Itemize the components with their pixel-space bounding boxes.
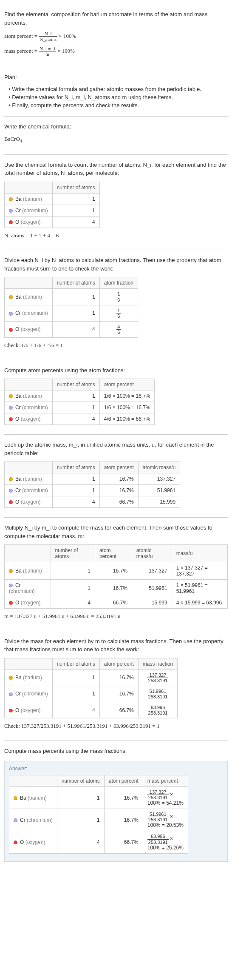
count-title: Use the chemical formula to count the nu…	[4, 161, 228, 177]
n-atoms: 1	[57, 809, 104, 831]
atom-fraction: 16	[116, 291, 121, 302]
plan-section: Plan: • Write the chemical formula and g…	[4, 67, 228, 117]
element-name: (barium)	[23, 568, 42, 574]
frac-num: 137.327	[147, 672, 169, 678]
table-row: Cr (chromium) 1 16.7% 51.9961	[5, 485, 180, 496]
table-row: Ba (barium) 1 16	[5, 289, 138, 305]
n-atoms: 4	[52, 413, 99, 425]
count-section: Use the chemical formula to count the nu…	[4, 155, 228, 251]
atom-percent: 16.7%	[99, 485, 138, 496]
element-name: (chromium)	[9, 588, 35, 594]
element-name: (chromium)	[22, 487, 48, 493]
n-atoms: 1	[51, 562, 95, 580]
plan-bullet: • Write the chemical formula and gather …	[4, 86, 228, 92]
hdr-atom-percent: atom percent	[95, 545, 132, 562]
n-atoms: 1	[52, 305, 99, 321]
element-dot-icon	[9, 328, 13, 332]
atom-percent: 16.7%	[104, 809, 143, 831]
element-symbol: Cr	[15, 582, 21, 588]
frac-den: 6	[116, 330, 121, 335]
frac-num: N_i m_i	[39, 46, 56, 51]
n-atoms: 1	[51, 580, 95, 597]
element-symbol: Ba	[15, 393, 22, 399]
masspct-title-section: Compute mass percents using the mass fra…	[4, 741, 228, 761]
frac-den: 253.3191	[147, 840, 169, 845]
n-atoms: 1	[52, 193, 99, 205]
n-atoms: 1	[52, 485, 99, 496]
hdr-mass: mass/u	[172, 545, 227, 562]
element-name: (chromium)	[27, 817, 53, 823]
hdr-num-atoms: number of atoms	[52, 277, 99, 289]
chemical-formula: BaCrO4	[4, 135, 228, 144]
element-symbol: Ba	[15, 294, 22, 300]
atomic-mass: 51.9961	[138, 485, 180, 496]
element-symbol: Cr	[15, 405, 21, 410]
mass-percent-frac: 137.327253.3191	[147, 789, 169, 800]
massfrac-title: Divide the mass for each element by m to…	[4, 637, 228, 654]
hdr-atomic-mass: atomic mass/u	[132, 545, 172, 562]
plan-title: Plan:	[4, 73, 228, 82]
table-row: O (oxygen) 4 66.7% 63.996253.3191 × 100%…	[9, 831, 188, 853]
element-name: (oxygen)	[21, 499, 41, 505]
element-dot-icon	[14, 818, 17, 822]
element-dot-icon	[9, 709, 13, 712]
n-atoms: 1	[57, 787, 104, 809]
hdr-num-atoms: number of atoms	[51, 545, 95, 562]
element-name: (barium)	[23, 196, 42, 202]
atom-fraction: 46	[116, 324, 121, 335]
element-symbol: Cr	[15, 310, 21, 316]
frac-den: 253.3191	[147, 678, 169, 683]
atom-percent: 66.7%	[104, 831, 143, 853]
answer-box: Answer: number of atomsatom percentmass …	[4, 761, 228, 862]
mass-percent-result: 100% = 54.21%	[147, 800, 184, 806]
frac-den: 6	[116, 297, 121, 302]
hdr-num-atoms: number of atoms	[52, 462, 99, 473]
element-name: (barium)	[23, 393, 42, 399]
plan-bullet: • Determine values for N_i, m_i, N_atoms…	[4, 94, 228, 100]
element-name: (barium)	[23, 476, 42, 482]
frac-den: 6	[116, 313, 121, 319]
table-row: Cr (chromium) 1 16.7% 51.9961253.3191	[5, 686, 178, 702]
n-atoms: 1	[52, 390, 99, 402]
atomfrac-title: Divide each N_i by N_atoms to calculate …	[4, 256, 228, 273]
mass-fraction: 51.9961253.3191	[147, 689, 169, 699]
element-symbol: O	[15, 499, 19, 505]
element-symbol: Cr	[15, 691, 21, 697]
atomfrac-table: number of atomsatom fraction Ba (barium)…	[4, 277, 138, 338]
element-symbol: Ba	[15, 675, 22, 681]
mass-percent-frac: 63.996253.3191	[147, 834, 169, 844]
frac-num: 4	[116, 324, 121, 330]
hdr-atom-percent: atom percent	[99, 462, 138, 473]
element-symbol: Cr	[20, 817, 25, 823]
element-symbol: Ba	[15, 196, 22, 202]
element-name: (oxygen)	[21, 219, 41, 225]
element-dot-icon	[9, 197, 13, 201]
hdr-num-atoms: number of atoms	[52, 379, 99, 390]
element-name: (barium)	[23, 294, 42, 300]
element-symbol: Cr	[15, 487, 21, 493]
mass-fraction: 63.996253.3191	[147, 705, 169, 715]
frac-num: 51.9961	[147, 689, 169, 694]
mass-percent: 63.996253.3191 × 100% = 25.26%	[143, 831, 188, 853]
frac-den: 253.3191	[147, 817, 169, 822]
table-row: O (oxygen) 4 4/6 × 100% = 66.7%	[5, 413, 155, 425]
hdr-num-atoms: number of atoms	[52, 658, 99, 669]
intro-section: Find the elemental composition for bariu…	[4, 4, 228, 67]
element-symbol: Ba	[20, 795, 26, 801]
frac-num: 63.996	[147, 705, 169, 710]
element-dot-icon	[9, 601, 13, 605]
atommass-section: Look up the atomic mass, m_i, in unified…	[4, 435, 228, 518]
frac-den: 253.3191	[147, 694, 169, 699]
element-symbol: O	[15, 219, 19, 225]
table-row: Ba (barium) 1 16.7% 137.327253.3191	[5, 669, 178, 686]
atomic-mass: 137.327	[138, 473, 180, 485]
molecular-mass-sum: m = 137.327 u + 51.9961 u + 63.996 u = 2…	[4, 612, 228, 621]
atom-percent: 16.7%	[99, 473, 138, 485]
element-name: (oxygen)	[21, 416, 41, 422]
mass-percent-label: mass percent =	[4, 48, 39, 54]
element-name: (barium)	[28, 795, 47, 801]
hdr-atom-fraction: atom fraction	[99, 277, 138, 289]
n-atoms: 1	[52, 205, 99, 216]
formula-title: Write the chemical formula:	[4, 122, 228, 131]
atompct-title: Compute atom percents using the atom fra…	[4, 366, 228, 375]
